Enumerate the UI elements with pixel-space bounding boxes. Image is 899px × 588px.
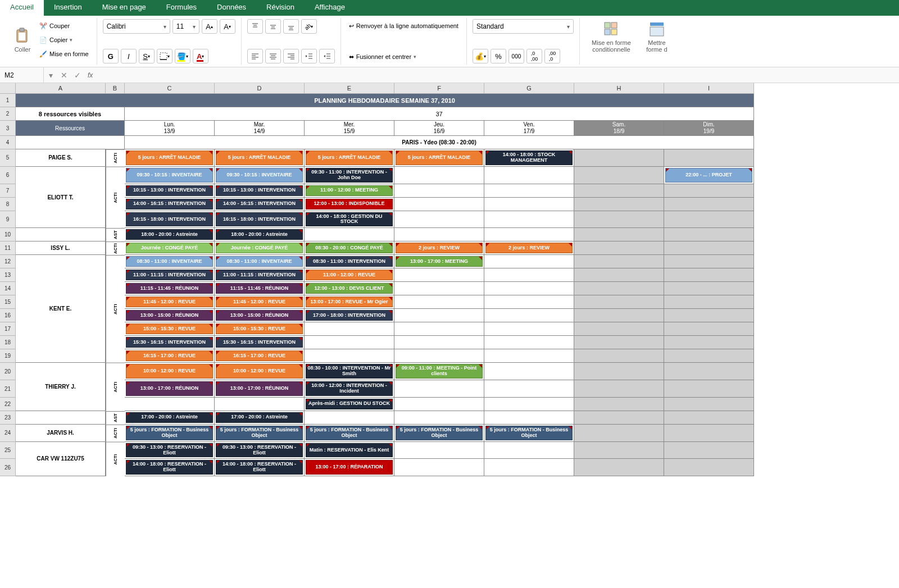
col-header[interactable]: C: [125, 83, 215, 94]
event[interactable]: 08:30 - 11:00 : INVENTAIRE: [126, 256, 213, 267]
copy-button[interactable]: 📄Copier▾: [37, 33, 91, 47]
italic-button[interactable]: I: [121, 49, 137, 63]
decrease-font-button[interactable]: A▾: [220, 19, 235, 34]
decrease-decimal-button[interactable]: ,00,0: [544, 49, 560, 63]
row-header[interactable]: 5: [0, 149, 16, 167]
event[interactable]: 11:45 - 12:00 : REVUE: [216, 297, 303, 307]
event[interactable]: 5 jours : FORMATION - Business Object: [126, 426, 213, 440]
event[interactable]: Journée : CONGÉ PAYÉ: [126, 243, 213, 253]
event[interactable]: 13:00 - 17:00 : REVUE - Mr Ogier: [306, 297, 393, 307]
event[interactable]: 09:30 - 13:00 : RESERVATION - Eliott: [126, 443, 213, 458]
tab-formules[interactable]: Formules: [156, 0, 207, 16]
event[interactable]: 09:00 - 11:00 : MEETING - Point clients: [396, 364, 483, 379]
format-painter-button[interactable]: 🖌️Mise en forme: [37, 47, 91, 61]
event[interactable]: 11:45 - 12:00 : REVUE: [126, 297, 213, 307]
currency-button[interactable]: 💰▾: [473, 49, 488, 63]
event[interactable]: 14:00 - 18:00 : RESERVATION - Eliott: [126, 460, 213, 475]
event[interactable]: 14:00 - 18:00 : STOCK MANAGEMENT: [485, 151, 573, 165]
event[interactable]: 14:00 - 18:00 : GESTION DU STOCK: [306, 212, 393, 227]
event[interactable]: 17:00 - 20:00 : Astreinte: [126, 412, 213, 423]
event[interactable]: 11:15 - 11:45 : RÉUNION: [216, 283, 303, 294]
event[interactable]: 10:00 - 12:00 : REVUE: [216, 364, 303, 379]
event[interactable]: 14:00 - 16:15 : INTERVENTION: [216, 199, 303, 209]
event[interactable]: 08:30 - 11:00 : INTERVENTION: [306, 256, 393, 267]
event[interactable]: 11:15 - 11:45 : RÉUNION: [126, 283, 213, 294]
event[interactable]: 5 jours : FORMATION - Business Object: [306, 426, 393, 440]
event[interactable]: 10:00 - 12:00 : INTERVENTION - Incident: [306, 381, 393, 396]
cut-button[interactable]: ✂️Couper: [37, 19, 91, 33]
event[interactable]: 08:30 - 10:00 : INTERVENTION - Mr Smith: [306, 364, 393, 379]
event[interactable]: 08:30 - 20:00 : CONGÉ PAYÉ: [306, 243, 393, 253]
align-bottom-button[interactable]: [283, 19, 299, 34]
col-header[interactable]: H: [574, 83, 664, 94]
event[interactable]: 17:00 - 20:00 : Astreinte: [216, 412, 303, 423]
col-header[interactable]: F: [394, 83, 484, 94]
row-header[interactable]: 7: [0, 184, 16, 198]
font-name-select[interactable]: ▾: [103, 19, 170, 34]
number-format-select[interactable]: ▾: [473, 19, 574, 34]
event[interactable]: 09:30 - 13:00 : RESERVATION - Eliott: [216, 443, 303, 458]
border-button[interactable]: ▾: [157, 49, 172, 63]
row-header[interactable]: 9: [0, 211, 16, 229]
event[interactable]: 16:15 - 18:00 : INTERVENTION: [126, 212, 213, 227]
row-header[interactable]: 19: [0, 349, 16, 363]
event[interactable]: 18:00 - 20:00 : Astreinte: [126, 229, 213, 240]
name-box-arrow[interactable]: ▾: [44, 67, 57, 83]
orientation-button[interactable]: ab▾: [301, 19, 317, 34]
col-header[interactable]: G: [484, 83, 574, 94]
increase-indent-button[interactable]: [319, 49, 335, 63]
align-right-button[interactable]: [283, 49, 299, 63]
formula-input[interactable]: [96, 71, 899, 79]
event[interactable]: 11:00 - 12:00 : REVUE: [306, 270, 393, 280]
event[interactable]: 17:00 - 18:00 : INTERVENTION: [306, 310, 393, 321]
event[interactable]: 5 jours : FORMATION - Business Object: [396, 426, 483, 440]
event[interactable]: 13:00 - 17:00 : RÉPARATION: [306, 460, 393, 475]
bold-button[interactable]: G: [103, 49, 119, 63]
col-header[interactable]: B: [106, 83, 125, 94]
row-header[interactable]: 6: [0, 167, 16, 184]
event[interactable]: 16:15 - 17:00 : REVUE: [126, 350, 213, 361]
event[interactable]: 10:15 - 13:00 : INTERVENTION: [126, 185, 213, 196]
event[interactable]: 16:15 - 17:00 : REVUE: [216, 350, 303, 361]
event[interactable]: 13:00 - 17:00 : RÉUNION: [216, 381, 303, 396]
event[interactable]: 11:00 - 11:15 : INTERVENTION: [216, 270, 303, 280]
row-header[interactable]: 23: [0, 411, 16, 425]
event[interactable]: 18:00 - 20:00 : Astreinte: [216, 229, 303, 240]
row-header[interactable]: 20: [0, 363, 16, 380]
event[interactable]: 09:30 - 10:15 : INVENTAIRE: [216, 168, 303, 183]
col-header[interactable]: E: [305, 83, 394, 94]
select-all-corner[interactable]: [0, 83, 16, 94]
thousands-button[interactable]: 000: [508, 49, 524, 63]
event[interactable]: 10:15 - 13:00 : INTERVENTION: [216, 185, 303, 196]
event[interactable]: 15:00 - 15:30 : REVUE: [126, 323, 213, 334]
event[interactable]: Après-midi : GESTION DU STOCK: [306, 399, 393, 409]
format-table-button[interactable]: Mettre forme d: [639, 19, 674, 54]
row-header[interactable]: 1: [0, 94, 16, 107]
cancel-formula-button[interactable]: ✕: [57, 67, 71, 83]
event[interactable]: 12:00 - 13:00 : DEVIS CLIENT: [306, 283, 393, 294]
tab-accueil[interactable]: Accueil: [0, 0, 44, 16]
row-header[interactable]: 18: [0, 336, 16, 349]
event[interactable]: 15:00 - 15:30 : REVUE: [216, 323, 303, 334]
row-header[interactable]: 14: [0, 282, 16, 295]
spreadsheet-grid[interactable]: A B C D E F G H I 1 PLANNING HEBDOMADAIR…: [0, 83, 899, 476]
col-header[interactable]: D: [215, 83, 305, 94]
name-box[interactable]: M2: [0, 67, 44, 83]
event[interactable]: 15:30 - 16:15 : INTERVENTION: [216, 337, 303, 348]
underline-button[interactable]: S▾: [139, 49, 155, 63]
conditional-format-button[interactable]: Mise en forme conditionnelle: [585, 19, 637, 54]
row-header[interactable]: 15: [0, 295, 16, 309]
row-header[interactable]: 4: [0, 136, 16, 149]
row-header[interactable]: 25: [0, 442, 16, 459]
row-header[interactable]: 12: [0, 255, 16, 268]
tab-insertion[interactable]: Insertion: [44, 0, 92, 16]
event[interactable]: 11:00 - 12:00 : MEETING: [306, 185, 393, 196]
merge-center-button[interactable]: ⬌Fusionner et centrer▾: [347, 50, 461, 63]
event[interactable]: 5 jours : ARRÊT MALADIE: [306, 151, 393, 165]
row-header[interactable]: 3: [0, 121, 16, 136]
row-header[interactable]: 24: [0, 425, 16, 442]
row-header[interactable]: 8: [0, 198, 16, 211]
row-header[interactable]: 21: [0, 380, 16, 398]
row-header[interactable]: 16: [0, 309, 16, 322]
event[interactable]: Matin : RESERVATION - Elis Kent: [306, 443, 393, 458]
